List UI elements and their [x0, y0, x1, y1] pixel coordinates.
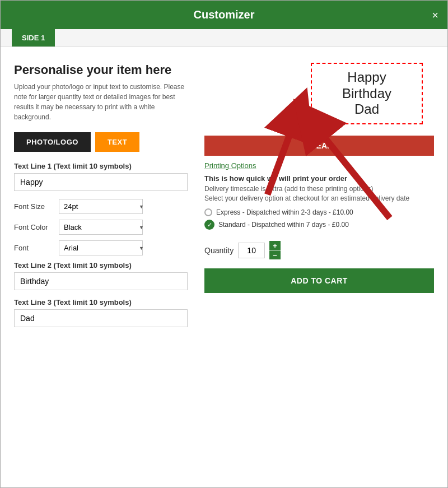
quantity-increase-button[interactable]: +: [269, 241, 281, 250]
modal-header: Customizer ×: [1, 1, 447, 29]
preview-line3: Dad: [342, 101, 391, 118]
tabs-row: SIDE 1: [1, 29, 447, 47]
quantity-decrease-button[interactable]: −: [269, 250, 281, 259]
text-line2-input[interactable]: [14, 272, 188, 290]
font-size-label: Font Size: [14, 202, 59, 211]
right-panel: Happy Birthday Dad: [204, 63, 434, 472]
delivery-standard-label: Standard - Dispatched within 7 days - £0…: [218, 221, 349, 229]
add-to-cart-button[interactable]: ADD TO CART: [204, 268, 434, 293]
tab-side1[interactable]: SIDE 1: [12, 29, 55, 47]
modal-title: Customizer: [194, 8, 255, 21]
font-row: Font Arial Times New Roman Verdana Couri…: [14, 240, 188, 255]
clear-button[interactable]: CLEAR: [204, 136, 434, 156]
preview-box: Happy Birthday Dad: [311, 63, 423, 124]
personalise-title: Personalise your item here: [14, 63, 188, 77]
check-standard[interactable]: ✓: [204, 220, 214, 230]
font-color-row: Font Color Black Red Blue Green White: [14, 220, 188, 235]
radio-express[interactable]: [204, 208, 212, 216]
button-row: PHOTO/LOGO TEXT: [14, 132, 188, 152]
text-line1-label: Text Line 1 (Text limit 10 symbols): [14, 162, 188, 170]
font-wrapper: Arial Times New Roman Verdana Courier Ne…: [59, 240, 148, 255]
delivery-express-label: Express - Dispatched within 2-3 days - £…: [216, 208, 353, 216]
preview-line2: Birthday: [342, 86, 391, 102]
font-select[interactable]: Arial Times New Roman Verdana Courier Ne…: [59, 240, 143, 255]
quantity-buttons: + −: [269, 241, 281, 259]
delivery-option-standard[interactable]: ✓ Standard - Dispatched within 7 days - …: [204, 220, 434, 230]
delivery-options: Express - Dispatched within 2-3 days - £…: [204, 208, 434, 233]
font-label: Font: [14, 244, 59, 252]
print-info-title: This is how quick we will print your ord…: [204, 174, 434, 183]
print-info-sub1: Delivery timescale is extra (add to thes…: [204, 185, 434, 193]
quantity-row: Quantity + −: [204, 241, 434, 259]
modal-body: Personalise your item here Upload your p…: [1, 47, 447, 487]
preview-line1: Happy: [342, 69, 391, 86]
font-size-row: Font Size 12pt 16pt 18pt 20pt 24pt 28pt …: [14, 199, 188, 214]
personalise-desc: Upload your photo/logo or input text to …: [14, 82, 188, 122]
text-line3-label: Text Line 3 (Text limit 10 symbols): [14, 298, 188, 306]
preview-text: Happy Birthday Dad: [342, 69, 391, 118]
left-panel: Personalise your item here Upload your p…: [14, 63, 188, 472]
font-size-wrapper: 12pt 16pt 18pt 20pt 24pt 28pt 32pt: [59, 199, 148, 214]
text-line2-label: Text Line 2 (Text limit 10 symbols): [14, 261, 188, 269]
font-color-select[interactable]: Black Red Blue Green White: [59, 220, 143, 235]
font-color-label: Font Color: [14, 223, 59, 231]
quantity-input[interactable]: [238, 243, 265, 258]
close-button[interactable]: ×: [432, 8, 438, 21]
quantity-label: Quantity: [204, 246, 234, 255]
font-color-wrapper: Black Red Blue Green White: [59, 220, 148, 235]
text-line1-input[interactable]: [14, 173, 188, 191]
print-info-sub2: Select your delivery option at checkout …: [204, 194, 434, 202]
printing-options-link[interactable]: Printing Options: [204, 161, 434, 170]
delivery-option-express[interactable]: Express - Dispatched within 2-3 days - £…: [204, 208, 434, 216]
font-size-select[interactable]: 12pt 16pt 18pt 20pt 24pt 28pt 32pt: [59, 199, 143, 214]
modal: Customizer × SIDE 1 Personalise your ite…: [0, 0, 448, 488]
text-button[interactable]: TEXT: [95, 132, 139, 152]
photo-logo-button[interactable]: PHOTO/LOGO: [14, 132, 91, 152]
text-line3-input[interactable]: [14, 309, 188, 327]
